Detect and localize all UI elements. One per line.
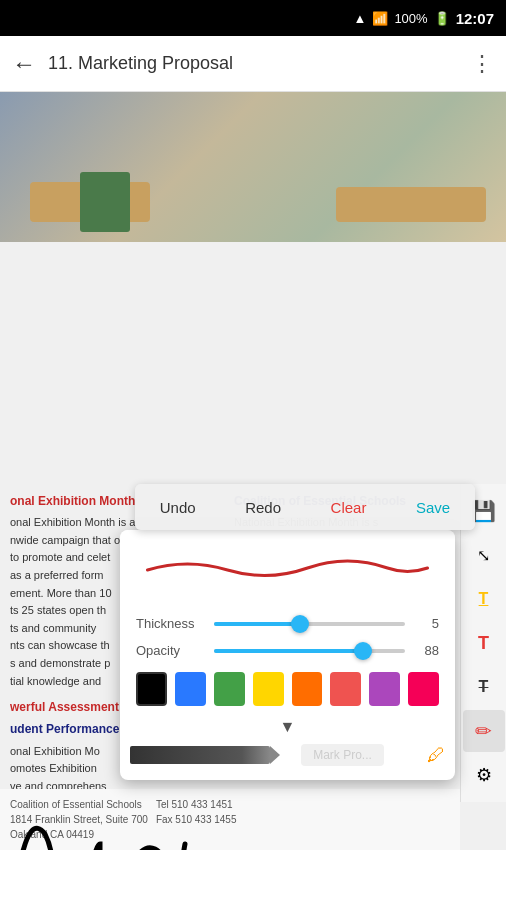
- status-time: 12:07: [456, 10, 494, 27]
- status-bar: ▲ 📶 100% 🔋 12:07: [0, 0, 506, 36]
- collapse-tool[interactable]: ⤡: [463, 534, 505, 576]
- thickness-row: Thickness 5: [120, 610, 455, 637]
- eraser-icon: 🖊: [427, 745, 445, 766]
- stroke-preview: [120, 530, 455, 610]
- tool-selector-row: Mark Pro... 🖊: [120, 740, 455, 770]
- text-icon: T: [478, 633, 489, 654]
- hero-chair-decor: [80, 172, 130, 232]
- opacity-value: 88: [415, 643, 439, 658]
- right-sidebar: 💾 ⤡ T T T ✏ ⚙: [460, 484, 506, 802]
- color-yellow[interactable]: [253, 672, 284, 706]
- settings-tool[interactable]: ⚙: [463, 754, 505, 796]
- wifi-icon: ▲: [354, 11, 367, 26]
- pen-tool-area[interactable]: [130, 746, 270, 764]
- opacity-row: Opacity 88: [120, 637, 455, 664]
- pen-visual: [130, 746, 270, 764]
- color-green[interactable]: [214, 672, 245, 706]
- drawing-panel: Thickness 5 Opacity 88: [120, 530, 455, 780]
- more-menu-button[interactable]: ⋮: [471, 51, 494, 77]
- strikethrough-icon: T: [479, 678, 489, 696]
- undo-button[interactable]: Undo: [144, 491, 212, 524]
- color-blue[interactable]: [175, 672, 206, 706]
- opacity-slider[interactable]: [214, 649, 405, 653]
- draw-tool[interactable]: ✏: [463, 710, 505, 752]
- settings-icon: ⚙: [476, 764, 492, 786]
- color-pink[interactable]: [408, 672, 439, 706]
- handwriting-overlay: [0, 784, 300, 850]
- color-purple[interactable]: [369, 672, 400, 706]
- nav-bar: ← 11. Marketing Proposal ⋮: [0, 36, 506, 92]
- strikethrough-tool[interactable]: T: [463, 666, 505, 708]
- opacity-label: Opacity: [136, 643, 204, 658]
- color-salmon[interactable]: [330, 672, 361, 706]
- clear-button[interactable]: Clear: [315, 491, 383, 524]
- expand-button[interactable]: ▼: [120, 714, 455, 740]
- collapse-icon: ⤡: [477, 546, 490, 565]
- redo-button[interactable]: Redo: [229, 491, 297, 524]
- back-button[interactable]: ←: [12, 50, 36, 78]
- highlight-icon: T: [479, 590, 489, 608]
- thickness-value: 5: [415, 616, 439, 631]
- color-black[interactable]: [136, 672, 167, 706]
- color-palette: [120, 664, 455, 714]
- annotation-toolbar: Undo Redo Clear Save: [135, 484, 475, 530]
- status-icons: ▲ 📶 100% 🔋 12:07: [354, 10, 495, 27]
- thickness-label: Thickness: [136, 616, 204, 631]
- hero-desk2-decor: [336, 187, 486, 222]
- battery-text: 100%: [394, 11, 427, 26]
- page-title: 11. Marketing Proposal: [48, 53, 471, 74]
- save-button[interactable]: Save: [400, 491, 466, 524]
- highlight-tool[interactable]: T: [463, 578, 505, 620]
- marker-label: Mark Pro...: [301, 744, 384, 766]
- pen-tip: [270, 746, 280, 764]
- battery-icon: 🔋: [434, 11, 450, 26]
- thickness-slider[interactable]: [214, 622, 405, 626]
- color-orange[interactable]: [292, 672, 323, 706]
- signal-icon: 📶: [372, 11, 388, 26]
- hero-image: [0, 92, 506, 242]
- eraser-tool-area[interactable]: 🖊: [415, 745, 445, 766]
- marker-tool-area[interactable]: Mark Pro...: [280, 744, 405, 766]
- chevron-down-icon: ▼: [280, 718, 296, 735]
- text-tool[interactable]: T: [463, 622, 505, 664]
- draw-icon: ✏: [475, 719, 492, 743]
